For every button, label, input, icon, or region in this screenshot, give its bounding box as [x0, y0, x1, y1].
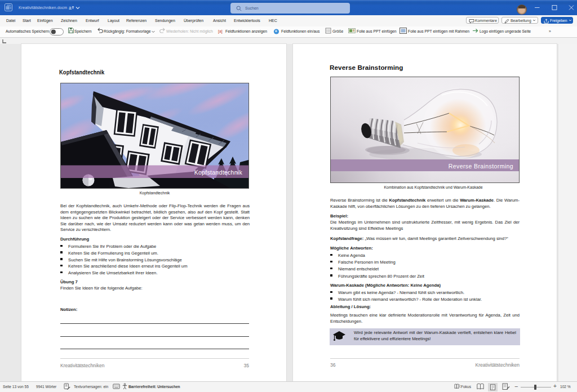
- svg-text:Kopfstandtechnik: Kopfstandtechnik: [194, 169, 243, 176]
- svg-text:Reverse Brainstorming: Reverse Brainstorming: [449, 163, 513, 170]
- svg-text:a: a: [69, 5, 72, 11]
